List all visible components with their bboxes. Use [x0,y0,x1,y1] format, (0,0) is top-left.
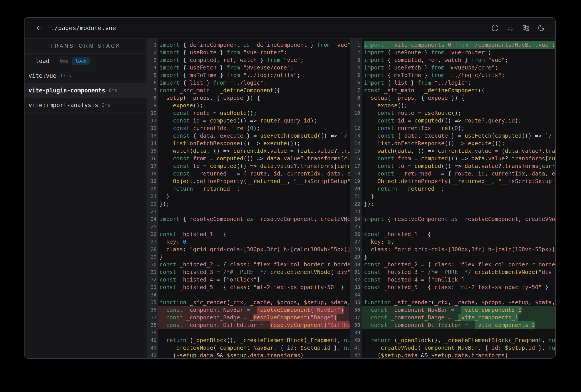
code-line: 41 _createVNode(_component_NavBar, { id:… [147,344,350,352]
code-text: key: 0, [158,238,350,246]
code-line: 12 const currentIdx = ref(0); [350,124,555,132]
sidebar-item-vite-import-analysis[interactable]: vite:import-analysis2ms [24,98,146,112]
code-line: 25 [350,223,555,230]
topbar: ./pages/module.vue [24,18,555,38]
code-line: 40 return (_openBlock(), _createElementB… [147,336,350,344]
line-number: 25 [350,223,362,230]
code-text: const _component_DiffEditor = _resolveCo… [158,322,350,329]
line-number: 16 [147,155,158,162]
code-line: 33const _hoisted_5 = { class: "ml-2 text… [350,284,555,291]
line-number: 35 [350,299,362,306]
sidebar-item-vite-plugin-components[interactable]: vite-plugin-components0ms [24,83,146,98]
line-number: 25 [147,223,158,230]
line-number: 13 [350,132,362,140]
line-number: 38 [350,322,362,329]
line-number: 34 [147,291,158,299]
code-line: 1import __vite_components_0 from '/compo… [350,41,555,49]
code-text: } [158,193,350,200]
code-line: 11 const id = computed(() => route?.quer… [350,117,555,124]
code-line: 40 return (_openBlock(), _createElementB… [350,336,555,344]
code-lines: 1import { defineComponent as _defineComp… [147,41,350,358]
code-text: const _component_NavBar = _resolveCompon… [158,306,350,314]
code-text: Object.defineProperty(__returned__, "__i… [362,178,555,185]
line-number: 31 [147,268,158,276]
topbar-actions [492,24,545,32]
code-line: 31const _hoisted_3 = /*#__PURE__*/_creat… [350,268,555,276]
line-number: 28 [147,246,158,253]
sidebar-item-load[interactable]: __load__0msload [24,54,146,68]
code-line: 29} [147,253,350,261]
code-text: const _component_Badge = _resolveCompone… [158,314,350,322]
arrow-left-icon [35,24,43,32]
plugin-time: 0ms [60,58,68,64]
code-text: } [362,193,555,200]
code-text: import { list } from "../logic"; [158,79,350,87]
line-number: 17 [147,162,158,170]
code-line: 17 const to = computed(() => data.value?… [147,162,350,170]
code-text: return (_openBlock(), _createElementBloc… [362,336,555,344]
code-pane-before: 1import { defineComponent as _defineComp… [147,38,350,358]
wrap-lines-icon [507,24,514,32]
moon-icon [538,24,545,32]
line-number: 29 [350,253,362,261]
code-line: 14 list.onFetchResponse(() => execute())… [147,140,350,147]
plugin-name: vite:import-analysis [28,102,98,108]
code-text: ($setup.data && $setup.data.transforms) [362,352,555,358]
code-text: const from = computed(() => data.value?.… [158,155,350,162]
code-text: import { computed, ref, watch } from "vu… [158,56,350,64]
page-title-path: /pages/module.vue [54,24,116,32]
line-number: 14 [147,140,158,147]
line-number: 26 [147,230,158,238]
code-text: Object.defineProperty(__returned__, "__i… [158,178,350,185]
code-line: 30const _hoisted_2 = { class: "flex flex… [147,261,350,268]
line-number: 41 [147,344,158,352]
code-line: 25 [147,223,350,230]
code-text: const __returned__ = { route, id, curren… [362,170,555,178]
code-text: import { resolveComponent as _resolveCom… [158,216,350,223]
line-number: 30 [147,261,158,268]
line-number: 22 [147,200,158,208]
moon-button[interactable] [538,24,545,32]
code-line: 22}); [350,200,555,208]
line-number: 13 [147,132,158,140]
code-line: 37 const _component_Badge = __vite_compo… [350,314,555,322]
code-text [158,329,350,336]
code-text: const _component_Badge = __vite_componen… [362,314,555,322]
sidebar-item-vite-vue[interactable]: vite:vue17ms [24,68,146,83]
line-number: 40 [350,336,362,344]
code-text: import { resolveComponent as _resolveCom… [362,216,555,223]
code-line: 4import { useFetch } from "@vueuse/core"… [147,64,350,72]
load-badge: load [72,57,90,65]
line-number: 23 [350,208,362,216]
code-line: 34 [147,291,350,299]
code-text: const _hoisted_1 = { [158,230,350,238]
code-text: import { msToTime } from "../logic/utils… [362,72,555,79]
code-line: 26const _hoisted_1 = { [350,230,555,238]
code-line: 30const _hoisted_2 = { class: "flex flex… [350,261,555,268]
line-number: 15 [147,147,158,155]
back-button[interactable] [35,24,43,32]
line-number: 16 [350,155,362,162]
code-line: 13 const { data, execute } = useFetch(co… [350,132,555,140]
code-line: 33const _hoisted_5 = { class: "ml-2 text… [147,284,350,291]
line-number: 7 [147,87,158,94]
line-number: 3 [350,56,362,64]
diff-panes: 1import { defineComponent as _defineComp… [147,38,555,358]
code-text: list.onFetchResponse(() => execute()); [158,140,350,147]
code-line: 11 const id = computed(() => route?.quer… [147,117,350,124]
merge-panes-button[interactable] [522,24,530,32]
line-number: 36 [147,306,158,314]
code-line: 32const _hoisted_4 = ["onClick"] [147,276,350,284]
code-text: const _hoisted_3 = /*#__PURE__*/_createE… [362,268,555,276]
main-area: TRANSFORM STACK __load__0msloadvite:vue1… [24,38,555,358]
code-text: const _hoisted_4 = ["onClick"] [158,276,350,284]
code-line: 34 [350,291,555,299]
line-number: 42 [350,352,362,358]
line-number: 32 [147,276,158,284]
code-text: const { data, execute } = useFetch(compu… [362,132,555,140]
line-number: 19 [147,178,158,185]
code-text: const _component_DiffEditor = __vite_com… [362,322,555,329]
code-line: 20 return __returned__; [350,185,555,193]
refresh-button[interactable] [492,24,499,32]
wrap-lines-button[interactable] [507,24,514,32]
